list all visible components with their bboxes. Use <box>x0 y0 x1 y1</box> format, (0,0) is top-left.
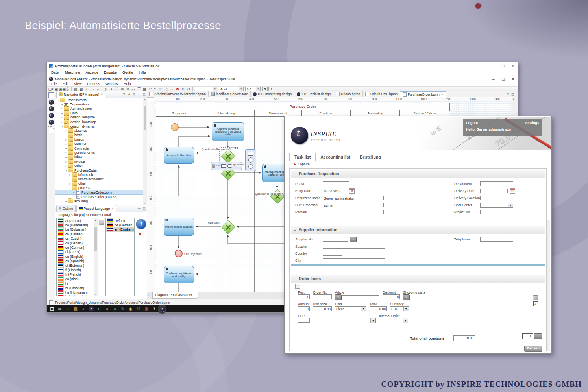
close-icon[interactable]: ✕ <box>101 93 103 96</box>
tree-item-organization[interactable]: ▸Organization <box>55 102 147 106</box>
language-item-hu-hungarian[interactable]: hu (Hungarian) <box>57 290 98 294</box>
collapse-position-icon[interactable]: − <box>295 284 300 289</box>
language-item-hi[interactable]: hi <box>57 281 98 285</box>
info-button[interactable]: i <box>136 219 146 229</box>
add-language-button[interactable]: → <box>99 220 104 225</box>
maximize-view-icon[interactable]: ◻ <box>142 207 147 210</box>
position-checkbox[interactable]: ✓ <box>533 301 538 306</box>
editor-tab-urlaub-uml-bpmn[interactable]: Urlaub.UML.bpmn <box>363 91 400 97</box>
expand-arrow-icon[interactable]: ▸ <box>68 182 72 185</box>
tree-item-design-adaptive[interactable]: ▸design_adaptive <box>55 115 147 120</box>
chrome-icon[interactable]: ◉ <box>128 306 133 312</box>
task-view-icon[interactable]: ▭ <box>57 306 63 312</box>
edge-icon[interactable]: e <box>65 306 70 312</box>
media-icon[interactable]: ▣ <box>144 306 149 312</box>
scrollbar-thumb[interactable] <box>144 106 146 130</box>
expand-arrow-icon[interactable]: ▸ <box>61 107 64 110</box>
minimize-icon[interactable]: ─ <box>488 63 498 68</box>
internet-explorer-icon[interactable]: e <box>96 306 102 312</box>
calendar-icon[interactable]: 31 <box>510 188 515 194</box>
collapse-icon[interactable]: − <box>291 277 299 281</box>
firefox-icon[interactable]: ● <box>104 306 110 312</box>
gateway-icon[interactable] <box>248 157 254 163</box>
language-list-scrollbar[interactable] <box>94 218 98 296</box>
tab-outline[interactable]: ▤ Outline <box>56 205 76 212</box>
amount-field[interactable]: 0 <box>298 306 310 311</box>
editor-tab-arbeitsplatzneuermitarbeiter-bpmn[interactable]: ArbeitsplatzNeuerMitarbeiter.bpmn <box>147 91 209 97</box>
expand-arrow-icon[interactable]: ▸ <box>65 147 68 150</box>
bpm-perspective-icon[interactable] <box>49 106 54 111</box>
form-scrollbar[interactable] <box>547 220 550 351</box>
search-icon[interactable]: ⌕ <box>81 306 86 312</box>
editor-tab-purchaseorder-bpmn[interactable]: PurchaseOrder.bpmn✕ <box>400 91 446 97</box>
selected-languages-list[interactable]: Defaultde (German)en (English) <box>105 218 135 296</box>
expand-arrow-icon[interactable]: ▸ <box>65 151 68 154</box>
link-editor-icon[interactable]: ⇄ <box>126 92 131 96</box>
section-header-supplier[interactable]: − Supplier information <box>291 226 545 235</box>
bpm-inspire-active-icon[interactable]: t <box>159 306 165 312</box>
expand-arrow-icon[interactable]: ▸ <box>65 156 68 159</box>
inspire-icon[interactable]: t <box>89 306 94 312</box>
minimize-view-icon[interactable]: ⊟ <box>505 92 510 96</box>
bpm-perspective-icon[interactable] <box>49 120 54 125</box>
minimize-icon[interactable]: ─ <box>488 76 498 82</box>
expand-arrow-icon[interactable]: ▸ <box>65 142 68 145</box>
tab-navigator[interactable]: Navigator (BPM inspire) ✕ <box>56 91 105 98</box>
delivery-date-field[interactable] <box>480 189 508 193</box>
designer-icon[interactable]: ✎ <box>120 306 126 312</box>
menu-item-maschine[interactable]: Maschine <box>62 70 83 76</box>
psp-field[interactable] <box>298 318 310 323</box>
maximize-icon[interactable]: ▢ <box>498 63 508 68</box>
collapse-arrow-icon[interactable]: ▾ <box>61 125 64 128</box>
language-item-et-estonian[interactable]: et (Estonian) <box>57 263 98 268</box>
rectangle-icon[interactable] <box>221 164 226 168</box>
menu-item-eingabe[interactable]: Eingabe <box>101 70 120 76</box>
lookup-button[interactable]: » <box>335 294 342 300</box>
calendar-icon[interactable]: 31 <box>349 188 355 194</box>
language-item-ga-irish[interactable]: ga (Irish) <box>57 277 98 281</box>
cost-center-select[interactable]: ▼ <box>480 203 513 208</box>
breadcrumb[interactable]: ▶ Capture <box>294 162 310 166</box>
entry-date-field[interactable]: 07.07.2017 <box>323 189 347 193</box>
minimize-view-icon[interactable]: ─ <box>137 92 142 96</box>
maximize-view-icon[interactable]: ◻ <box>510 92 515 96</box>
task-answer-to-question[interactable]: Answer to Question <box>164 147 194 164</box>
page-number-field[interactable]: 1 <box>522 333 533 339</box>
expand-arrow-icon[interactable]: ▸ <box>65 138 68 141</box>
collapse-arrow-icon[interactable]: ▾ <box>65 169 68 172</box>
maximize-icon[interactable]: ▢ <box>498 76 508 82</box>
expand-arrow-icon[interactable]: ▸ <box>68 173 72 176</box>
refresh-button[interactable]: Refresh <box>524 346 542 352</box>
project-no-field[interactable] <box>480 210 513 214</box>
language-item-es-spanish[interactable]: es (Spanish) <box>57 259 98 263</box>
language-item-en-english[interactable]: en (English) <box>106 227 134 232</box>
expand-arrow-icon[interactable]: ▸ <box>65 129 68 132</box>
close-icon[interactable]: ✕ <box>111 207 114 210</box>
language-item-hr-croatian[interactable]: hr (Croatian) <box>57 286 98 290</box>
add-position-button[interactable]: + <box>534 333 542 339</box>
units-select[interactable]: Piece▼ <box>335 306 366 311</box>
tree-item-data[interactable]: ▸Data <box>55 111 147 115</box>
requestor-name-field[interactable]: Server administrator <box>323 196 384 200</box>
expand-arrow-icon[interactable]: ▸ <box>72 191 76 194</box>
view-menu-icon[interactable]: ▽ <box>131 92 137 96</box>
form-tab-task-list[interactable]: Task list <box>289 153 316 161</box>
bpm-perspective-icon[interactable] <box>49 100 54 105</box>
remark-field[interactable] <box>323 210 384 214</box>
tree-item-purchaseorder-bpmn[interactable]: ▸PurchaseOrder.bpmn <box>55 190 147 194</box>
navigator-scrollbar[interactable] <box>143 98 147 205</box>
redo-arrow-icon[interactable]: ↷ <box>216 164 220 168</box>
tree-item-processportal[interactable]: ▾ProcessPortal <box>55 98 147 102</box>
available-languages-list[interactable]: ar (Arabic)be (Belarusian)bg (Bulgarian)… <box>56 218 98 296</box>
scroll-left-icon[interactable]: ‹ <box>148 293 149 297</box>
form-tab-accounting-list[interactable]: Accounting list <box>316 153 355 161</box>
close-icon[interactable]: ✕ <box>508 63 518 68</box>
menu-item-anzeige[interactable]: Anzeige <box>83 70 102 76</box>
language-item-fr-french[interactable]: fr (French) <box>57 272 98 277</box>
event-icon[interactable] <box>248 164 253 169</box>
department-field[interactable] <box>480 181 513 186</box>
collapse-arrow-icon[interactable]: ▾ <box>68 187 72 189</box>
language-item-ar-arabic[interactable]: ar (Arabic) <box>57 218 98 223</box>
delivery-location-field[interactable] <box>480 196 513 200</box>
end-rejection-event[interactable] <box>175 250 183 257</box>
